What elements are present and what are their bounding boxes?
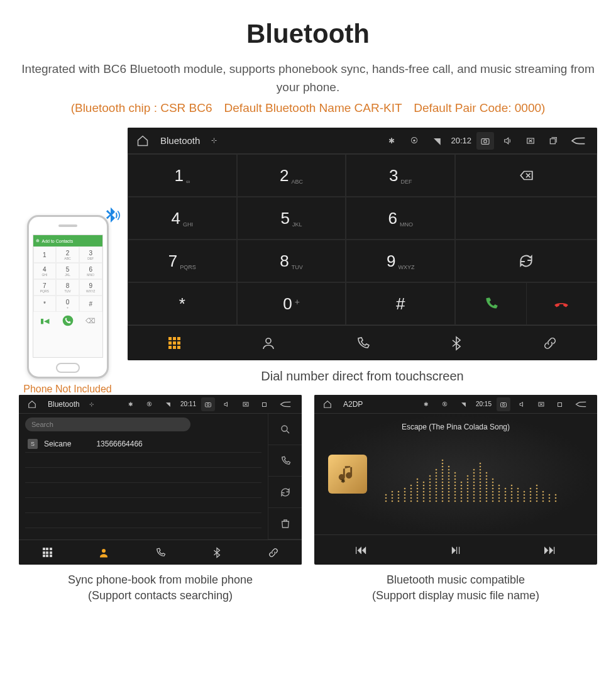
svg-point-146 [480, 472, 481, 474]
svg-point-182 [511, 491, 513, 493]
phone-key: 8TUV [56, 279, 79, 296]
svg-point-131 [473, 485, 475, 487]
tab-recent[interactable] [316, 326, 409, 360]
svg-point-98 [448, 469, 450, 471]
svg-point-65 [436, 494, 437, 496]
recent-apps-icon[interactable] [258, 397, 272, 411]
contact-row[interactable]: S Seicane 13566664466 [25, 435, 261, 453]
svg-point-174 [505, 501, 507, 502]
tab-recent[interactable] [132, 540, 189, 565]
call-button[interactable] [456, 283, 526, 324]
screenshot-icon[interactable] [201, 397, 215, 411]
key-5[interactable]: 5JKL [237, 197, 346, 240]
tab-bluetooth[interactable] [409, 326, 503, 360]
svg-point-99 [448, 466, 450, 468]
svg-point-55 [429, 497, 431, 499]
key-2[interactable]: 2ABC [237, 154, 346, 197]
svg-point-25 [398, 497, 400, 499]
svg-point-43 [417, 488, 419, 490]
backspace-button[interactable] [455, 154, 597, 197]
svg-point-2 [484, 140, 487, 143]
key-6[interactable]: 6MNO [346, 197, 455, 240]
svg-point-111 [461, 497, 463, 499]
svg-point-204 [536, 485, 538, 487]
wifi-icon: ◥ [428, 132, 446, 150]
tab-contacts[interactable] [221, 326, 315, 360]
svg-point-197 [530, 491, 532, 493]
side-delete-icon[interactable] [268, 508, 302, 539]
svg-point-26 [398, 494, 400, 496]
key-9[interactable]: 9WXYZ [346, 240, 455, 282]
svg-point-85 [442, 466, 444, 468]
spacer-cell [455, 197, 597, 240]
close-icon[interactable] [239, 397, 253, 411]
screenshot-icon[interactable] [476, 132, 494, 150]
svg-point-198 [530, 488, 532, 490]
svg-point-167 [492, 479, 494, 480]
key-4[interactable]: 4GHI [128, 197, 237, 240]
track-title: Escape (The Pina Colada Song) [402, 423, 510, 431]
svg-point-83 [442, 472, 444, 474]
recent-apps-icon[interactable] [544, 132, 562, 150]
key-hash[interactable]: # [346, 282, 455, 325]
side-call-icon[interactable] [268, 445, 302, 477]
recent-apps-icon[interactable] [553, 397, 567, 411]
svg-point-121 [467, 488, 469, 490]
close-icon[interactable] [522, 132, 539, 150]
contact-row-empty [25, 498, 261, 513]
svg-point-112 [461, 494, 463, 496]
prev-button[interactable]: ⏮ [314, 535, 409, 565]
back-icon[interactable] [572, 397, 591, 411]
back-icon[interactable] [567, 132, 591, 150]
svg-point-195 [530, 497, 532, 499]
svg-point-23 [392, 491, 393, 493]
svg-point-103 [454, 491, 456, 493]
album-art-icon: ✱ [328, 455, 367, 494]
svg-point-30 [404, 494, 406, 496]
tab-bluetooth[interactable] [189, 540, 245, 565]
key-3[interactable]: 3DEF [346, 154, 455, 197]
home-icon[interactable] [134, 132, 151, 150]
svg-point-141 [480, 488, 481, 490]
svg-point-56 [429, 494, 431, 496]
svg-point-133 [473, 479, 475, 480]
tab-pair[interactable] [503, 326, 597, 360]
close-icon[interactable] [534, 397, 548, 411]
phone-caption: Phone Not Included [19, 384, 116, 395]
svg-point-175 [505, 497, 507, 499]
key-7[interactable]: 7PQRS [128, 240, 237, 282]
home-icon[interactable] [25, 397, 39, 411]
key-0[interactable]: 0+ [237, 282, 346, 325]
screenshot-icon[interactable] [497, 397, 510, 411]
back-icon[interactable] [277, 397, 295, 411]
side-sync-icon[interactable] [268, 477, 302, 508]
svg-point-79 [442, 485, 444, 487]
tab-keypad[interactable] [128, 326, 221, 360]
volume-icon[interactable] [515, 397, 529, 411]
svg-point-186 [517, 497, 519, 499]
svg-point-154 [486, 488, 488, 490]
svg-point-212 [555, 501, 557, 502]
svg-point-61 [429, 479, 431, 480]
hangup-button[interactable] [527, 283, 597, 324]
volume-icon[interactable] [499, 132, 517, 150]
tab-pair[interactable] [245, 540, 302, 565]
redial-button[interactable] [455, 240, 597, 282]
bluetooth-specs: (Bluetooth chip : CSR BC6 Default Blueto… [13, 101, 603, 115]
play-pause-button[interactable]: ⏯ [409, 535, 503, 565]
svg-point-64 [436, 497, 437, 499]
side-search-icon[interactable] [268, 414, 302, 445]
search-input[interactable]: Search [25, 418, 190, 431]
key-8[interactable]: 8TUV [237, 240, 346, 282]
svg-point-101 [454, 497, 456, 499]
svg-point-134 [473, 475, 475, 477]
key-1[interactable]: 1∞ [128, 154, 237, 197]
key-star[interactable]: * [128, 282, 237, 325]
location-icon: ⦿ [438, 397, 452, 411]
tab-keypad[interactable] [19, 540, 75, 565]
next-button[interactable]: ⏭ [503, 535, 597, 565]
tab-contacts[interactable] [75, 540, 132, 565]
home-icon[interactable] [321, 397, 334, 411]
volume-icon[interactable] [220, 397, 234, 411]
bluetooth-status-icon: ✱ [124, 397, 138, 411]
